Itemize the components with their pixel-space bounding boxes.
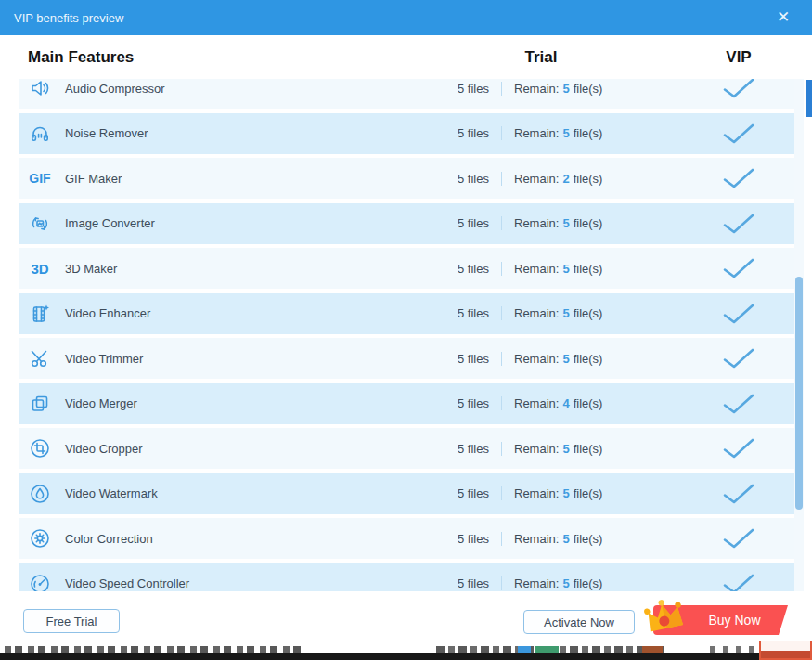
remain-text: Remain:5file(s) bbox=[514, 82, 602, 96]
activate-now-button[interactable]: Activate Now bbox=[523, 610, 635, 634]
checkmark-icon bbox=[723, 348, 754, 369]
remain-text: Remain:5file(s) bbox=[514, 532, 602, 546]
trial-cell: 5 files Remain:5file(s) bbox=[399, 442, 683, 456]
trial-files: 5 files bbox=[399, 172, 489, 186]
scrollbar-thumb[interactable] bbox=[795, 277, 803, 510]
header-vip: VIP bbox=[683, 48, 794, 67]
table-row: Video Enhancer 5 files Remain:5file(s) bbox=[19, 293, 794, 334]
video-watermark-icon bbox=[28, 484, 52, 504]
vip-cell bbox=[683, 438, 794, 459]
remain-text: Remain:5file(s) bbox=[514, 352, 602, 366]
divider bbox=[501, 172, 502, 186]
trial-cell: 5 files Remain:5file(s) bbox=[399, 486, 683, 500]
feature-name-cell: 3D 3D Maker bbox=[28, 261, 399, 277]
table-row: Audio Compressor 5 files Remain:5file(s) bbox=[19, 79, 794, 109]
trial-files: 5 files bbox=[399, 126, 489, 140]
remain-text: Remain:5file(s) bbox=[514, 262, 602, 276]
vip-cell bbox=[683, 528, 794, 549]
checkmark-icon bbox=[723, 214, 754, 234]
gif-maker-icon: GIF bbox=[28, 171, 52, 186]
trial-files: 5 files bbox=[399, 352, 489, 366]
trial-files: 5 files bbox=[399, 532, 489, 546]
trial-files: 5 files bbox=[399, 396, 489, 410]
checkmark-icon bbox=[723, 258, 754, 278]
checkmark-icon bbox=[723, 168, 754, 188]
table-row: Noise Remover 5 files Remain:5file(s) bbox=[19, 113, 794, 154]
feature-table: Audio Compressor 5 files Remain:5file(s)… bbox=[0, 79, 812, 591]
table-header: Main Features Trial VIP bbox=[19, 35, 794, 79]
crown-icon bbox=[642, 595, 687, 640]
feature-label: Audio Compressor bbox=[65, 82, 165, 96]
free-trial-button[interactable]: Free Trial bbox=[23, 609, 120, 633]
dialog-titlebar: VIP benefits preview ✕ bbox=[0, 0, 812, 35]
cutoff-text-fragments bbox=[5, 646, 306, 653]
trial-cell: 5 files Remain:5file(s) bbox=[399, 306, 683, 320]
table-row: Video Watermark 5 files Remain:5file(s) bbox=[19, 473, 794, 514]
feature-label: Video Trimmer bbox=[65, 352, 143, 366]
table-row: Video Cropper 5 files Remain:5file(s) bbox=[19, 428, 794, 469]
vip-cell bbox=[683, 484, 794, 504]
remain-text: Remain:5file(s) bbox=[514, 306, 602, 320]
video-trimmer-icon bbox=[28, 348, 52, 369]
dialog-title: VIP benefits preview bbox=[0, 11, 123, 25]
divider bbox=[501, 216, 502, 230]
feature-label: GIF Maker bbox=[65, 172, 122, 186]
vip-cell bbox=[683, 304, 794, 324]
color-correction-icon bbox=[28, 528, 52, 549]
remain-text: Remain:2file(s) bbox=[514, 172, 602, 186]
trial-cell: 5 files Remain:5file(s) bbox=[399, 262, 683, 276]
remain-text: Remain:4file(s) bbox=[514, 396, 602, 410]
vip-cell bbox=[683, 258, 794, 278]
trial-files: 5 files bbox=[399, 576, 489, 590]
cutoff-text-fragment-blue bbox=[518, 646, 531, 653]
checkmark-icon bbox=[723, 394, 754, 414]
trial-cell: 5 files Remain:5file(s) bbox=[399, 352, 683, 366]
checkmark-icon bbox=[723, 123, 754, 144]
divider bbox=[501, 352, 502, 366]
feature-label: 3D Maker bbox=[65, 262, 117, 276]
feature-label: Video Watermark bbox=[65, 486, 158, 500]
video-speed-controller-icon bbox=[28, 574, 52, 592]
vip-cell bbox=[683, 574, 794, 592]
feature-name-cell: Video Trimmer bbox=[28, 348, 399, 369]
buy-now-container: Buy Now bbox=[642, 595, 791, 641]
header-main-features: Main Features bbox=[19, 48, 399, 67]
divider bbox=[501, 442, 502, 456]
feature-label: Noise Remover bbox=[65, 126, 148, 140]
trial-files: 5 files bbox=[399, 216, 489, 230]
divider bbox=[501, 262, 502, 276]
feature-name-cell: GIF GIF Maker bbox=[28, 171, 399, 186]
feature-label: Image Converter bbox=[65, 216, 155, 230]
background-window-strip bbox=[0, 641, 812, 660]
trial-cell: 5 files Remain:4file(s) bbox=[399, 396, 683, 410]
cutoff-text-fragment-red bbox=[642, 646, 663, 653]
remain-text: Remain:5file(s) bbox=[514, 216, 602, 230]
feature-label: Video Enhancer bbox=[65, 306, 150, 320]
feature-label: Video Cropper bbox=[65, 442, 143, 456]
divider bbox=[501, 486, 502, 500]
checkmark-icon bbox=[723, 438, 754, 459]
feature-label: Video Speed Controller bbox=[65, 576, 189, 590]
feature-label: Color Correction bbox=[65, 532, 153, 546]
checkmark-icon bbox=[723, 528, 754, 549]
checkmark-icon bbox=[723, 304, 754, 324]
cutoff-text-fragments bbox=[710, 646, 766, 653]
video-enhancer-icon bbox=[28, 304, 52, 324]
feature-name-cell: Video Watermark bbox=[28, 484, 399, 504]
feature-name-cell: Image Converter bbox=[28, 214, 399, 234]
feature-name-cell: Video Enhancer bbox=[28, 304, 399, 324]
close-icon[interactable]: ✕ bbox=[774, 8, 793, 27]
video-merger-icon bbox=[28, 394, 52, 414]
trial-files: 5 files bbox=[399, 442, 489, 456]
vip-cell bbox=[683, 394, 794, 414]
background-orange-element bbox=[759, 640, 812, 660]
feature-name-cell: Audio Compressor bbox=[28, 79, 399, 98]
3d-maker-icon: 3D bbox=[28, 261, 52, 277]
checkmark-icon bbox=[723, 79, 754, 98]
trial-cell: 5 files Remain:5file(s) bbox=[399, 576, 683, 590]
feature-name-cell: Video Merger bbox=[28, 394, 399, 414]
vip-cell bbox=[683, 123, 794, 144]
divider bbox=[501, 576, 502, 590]
background-black-bar bbox=[0, 653, 761, 660]
feature-label: Video Merger bbox=[65, 396, 137, 410]
